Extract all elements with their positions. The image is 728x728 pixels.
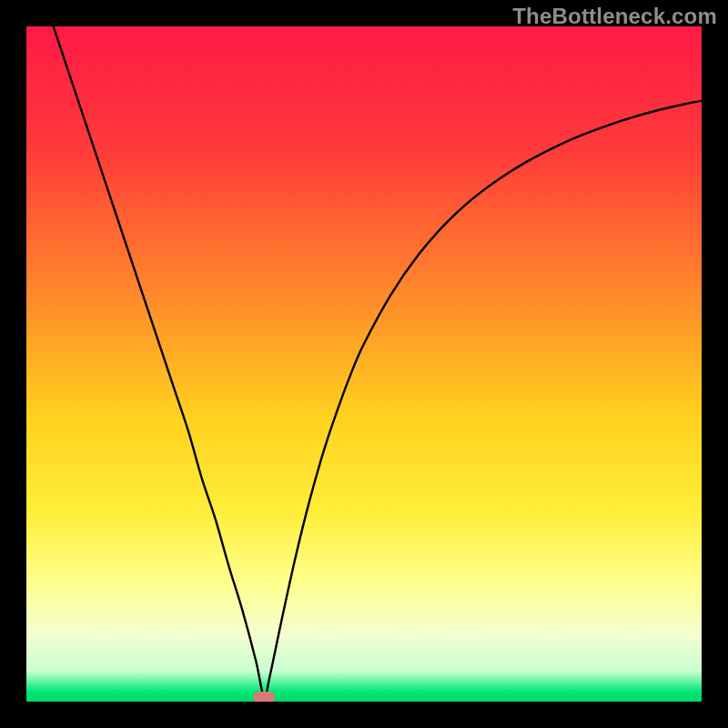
watermark-text: TheBottleneck.com — [512, 4, 717, 29]
plot-area — [26, 26, 702, 702]
bottleneck-chart — [26, 26, 702, 702]
minimum-marker — [253, 692, 275, 702]
chart-frame: TheBottleneck.com — [0, 0, 728, 728]
